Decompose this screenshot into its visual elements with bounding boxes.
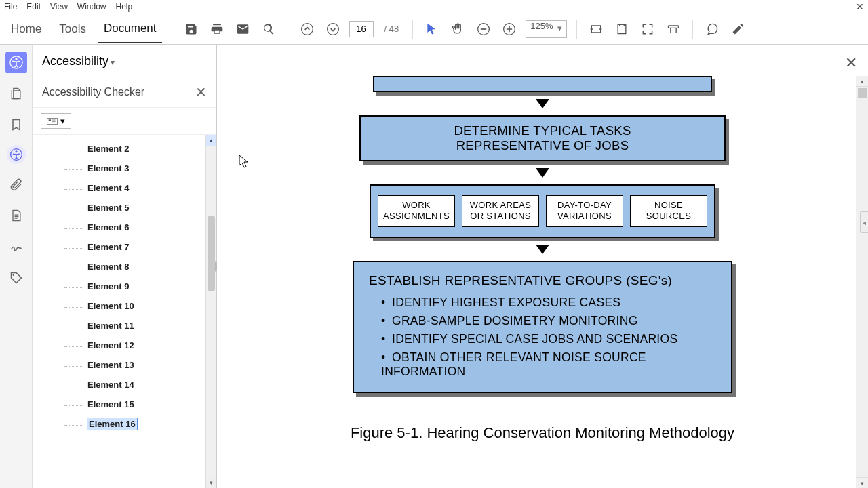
menu-bar: File Edit View Window Help ✕ bbox=[0, 0, 868, 14]
highlight-icon[interactable] bbox=[728, 20, 747, 39]
save-icon[interactable] bbox=[182, 20, 201, 39]
fullscreen-icon[interactable] bbox=[638, 20, 657, 39]
rail-tags-icon[interactable] bbox=[5, 267, 27, 289]
tree-element[interactable]: Element 3 bbox=[87, 159, 216, 178]
tree-element[interactable]: Element 6 bbox=[87, 218, 216, 237]
tree-element[interactable]: Element 5 bbox=[87, 198, 216, 218]
flow-box-seg: ESTABLISH REPRESENTATIVE GROUPS (SEG's) … bbox=[353, 261, 732, 393]
search-icon[interactable] bbox=[259, 20, 278, 39]
scroll-thumb[interactable] bbox=[208, 216, 215, 291]
accessibility-panel: Accessibility Accessibility Checker ✕ ▾ … bbox=[33, 45, 217, 488]
tree-element[interactable]: Element 8 bbox=[87, 257, 216, 277]
tree-element[interactable]: Element 7 bbox=[87, 237, 216, 257]
tree-element[interactable]: Element 9 bbox=[87, 277, 216, 296]
tree-element[interactable]: Element 11 bbox=[87, 316, 216, 336]
scroll-up-icon[interactable]: ▴ bbox=[206, 135, 216, 146]
flow-box-tasks: DETERMINE TYPICAL TASKS REPRESENTATIVE O… bbox=[359, 115, 726, 161]
accessibility-dropdown[interactable]: Accessibility bbox=[42, 54, 115, 68]
fit-width-icon[interactable] bbox=[587, 20, 606, 39]
svg-rect-9 bbox=[47, 118, 58, 124]
rail-a11y-check-icon[interactable] bbox=[7, 145, 26, 164]
tree-element[interactable]: Element 10 bbox=[87, 296, 216, 316]
scroll-down-icon[interactable]: ▾ bbox=[206, 477, 216, 488]
print-icon[interactable] bbox=[208, 20, 226, 39]
zoom-in-icon[interactable] bbox=[500, 20, 519, 39]
rail-document-icon[interactable] bbox=[5, 205, 27, 226]
flow-box-cut bbox=[373, 76, 712, 92]
scroll-thumb[interactable] bbox=[858, 88, 867, 98]
tree-element[interactable]: Element 14 bbox=[87, 375, 216, 394]
email-icon[interactable] bbox=[233, 20, 252, 39]
tab-tools[interactable]: Tools bbox=[54, 16, 92, 43]
svg-point-0 bbox=[301, 23, 313, 35]
page-down-icon[interactable] bbox=[323, 20, 342, 39]
hand-tool-icon[interactable] bbox=[448, 20, 467, 39]
arrow-down-icon bbox=[536, 168, 549, 178]
tab-document[interactable]: Document bbox=[98, 15, 161, 43]
flow-box-factors: WORKASSIGNMENTS WORK AREASOR STATIONS DA… bbox=[370, 184, 715, 238]
svg-rect-10 bbox=[49, 119, 51, 121]
mini-work-assignments: WORKASSIGNMENTS bbox=[378, 195, 455, 227]
tree-element[interactable]: Element 15 bbox=[87, 394, 216, 414]
close-panel-icon[interactable]: ✕ bbox=[845, 54, 857, 72]
main-toolbar: Home Tools Document / 48 125% bbox=[0, 14, 868, 45]
menu-window[interactable]: Window bbox=[77, 2, 106, 12]
accessibility-checker-title: Accessibility Checker bbox=[42, 86, 144, 98]
scroll-down-icon[interactable]: ▾ bbox=[856, 477, 868, 488]
scroll-up-icon[interactable]: ▴ bbox=[856, 76, 868, 87]
rail-bookmark-icon[interactable] bbox=[5, 114, 27, 136]
mini-variations: DAY-TO-DAYVARIATIONS bbox=[546, 195, 623, 227]
svg-point-8 bbox=[12, 274, 14, 277]
page-number-input[interactable] bbox=[349, 21, 374, 37]
svg-point-5 bbox=[15, 58, 17, 60]
menu-edit[interactable]: Edit bbox=[26, 2, 41, 12]
svg-point-1 bbox=[327, 23, 338, 35]
mini-work-areas: WORK AREASOR STATIONS bbox=[462, 195, 539, 227]
tree-element[interactable]: Element 4 bbox=[87, 178, 216, 198]
menu-help[interactable]: Help bbox=[116, 2, 133, 12]
window-close-icon[interactable]: ✕ bbox=[856, 1, 864, 12]
menu-view[interactable]: View bbox=[50, 2, 68, 12]
checker-options-dropdown[interactable]: ▾ bbox=[41, 113, 71, 129]
comment-icon[interactable] bbox=[703, 20, 722, 39]
reading-mode-icon[interactable] bbox=[664, 20, 683, 39]
rail-accessibility-icon[interactable] bbox=[5, 52, 27, 73]
panel-scrollbar[interactable]: ▴ ▾ bbox=[205, 135, 216, 488]
close-checker-icon[interactable]: ✕ bbox=[195, 84, 207, 100]
left-rail bbox=[0, 45, 33, 488]
svg-point-7 bbox=[15, 150, 17, 152]
fit-page-icon[interactable] bbox=[612, 20, 631, 39]
checker-tree: Element 2Element 3Element 4Element 5Elem… bbox=[33, 135, 216, 488]
zoom-select[interactable]: 125% bbox=[526, 20, 567, 38]
rail-signatures-icon[interactable] bbox=[5, 236, 27, 258]
document-viewport[interactable]: DETERMINE TYPICAL TASKS REPRESENTATIVE O… bbox=[217, 76, 868, 488]
rail-attachments-icon[interactable] bbox=[5, 174, 27, 195]
arrow-down-icon bbox=[536, 99, 549, 108]
select-tool-icon[interactable] bbox=[422, 20, 441, 39]
menu-file[interactable]: File bbox=[4, 2, 17, 12]
tree-element[interactable]: Element 13 bbox=[87, 355, 216, 375]
mini-noise-sources: NOISESOURCES bbox=[630, 195, 707, 227]
tree-element[interactable]: Element 2 bbox=[87, 139, 216, 159]
page-up-icon[interactable] bbox=[298, 20, 317, 39]
tree-element[interactable]: Element 16 bbox=[87, 414, 216, 434]
right-pane-handle[interactable]: ◂ bbox=[860, 211, 868, 233]
arrow-down-icon bbox=[536, 245, 549, 254]
tree-element[interactable]: Element 12 bbox=[87, 336, 216, 355]
zoom-out-icon[interactable] bbox=[474, 20, 493, 39]
figure-caption: Figure 5-1. Hearing Conservation Monitor… bbox=[251, 424, 834, 442]
tab-home[interactable]: Home bbox=[5, 16, 47, 43]
rail-pages-icon[interactable] bbox=[5, 83, 27, 104]
page-total: / 48 bbox=[380, 24, 403, 34]
doc-scrollbar[interactable]: ▴ ▾ bbox=[856, 76, 868, 488]
